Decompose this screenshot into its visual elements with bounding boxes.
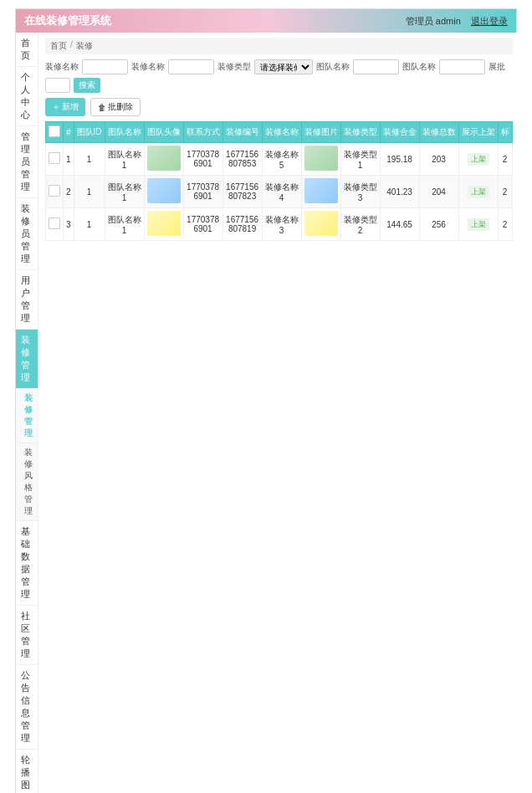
breadcrumb-home[interactable]: 首页 (50, 40, 67, 52)
td-checkbox[interactable] (46, 208, 64, 241)
sidebar-item-community[interactable]: 社区管理 (16, 606, 38, 665)
sidebar-sub-deco[interactable]: 装修管理 (16, 389, 38, 443)
search-label-team: 图队名称 (316, 61, 350, 73)
td-deco-img (301, 143, 340, 176)
table-header-row: # 图队ID 图队名称 图队头像 联系方式 装修编号 装修名称 装修图片 装修类… (46, 122, 513, 143)
panel1-title: 在线装修管理系统 (24, 13, 111, 28)
td-team-id: 1 (74, 208, 105, 241)
sidebar-item-user[interactable]: 用户管理 (16, 270, 38, 330)
table-row: 3 1 图队名称1 17703786901 1677156807819 装修名称… (46, 208, 513, 241)
trash-icon: 🗑 (98, 103, 106, 112)
sidebar-sub-style[interactable]: 装修风格管理 (16, 443, 38, 521)
search-select-type[interactable]: 请选择装修类型 (254, 59, 313, 74)
td-deco-name: 装修名称4 (262, 176, 301, 208)
deco-img-thumb (304, 211, 338, 236)
page-wrapper: 在线装修管理系统 管理员 admin 退出登录 首页 个人中心 管理员管理 装修… (0, 0, 532, 793)
batch-delete-button[interactable]: 🗑 批删除 (90, 98, 141, 116)
td-index: 2 (64, 176, 74, 208)
th-contact: 联系方式 (183, 122, 223, 143)
td-deco-no: 1677156807819 (223, 208, 262, 241)
th-deco-type: 装修类型 (340, 122, 380, 143)
td-deco-name: 装修名称5 (262, 143, 301, 176)
team-avatar-thumb (147, 211, 181, 236)
th-status: 展示上架 (458, 122, 498, 143)
sidebar-item-notice[interactable]: 公告信息管理 (16, 665, 38, 750)
th-team-id: 图队ID (74, 122, 105, 143)
sidebar-item-deco[interactable]: 装修管理 (16, 330, 38, 389)
search-input-team[interactable] (353, 59, 399, 74)
team-avatar-thumb (147, 146, 181, 171)
th-checkbox (46, 122, 64, 143)
th-total: 装修总数 (419, 122, 458, 143)
td-deco-type: 装修类型1 (340, 143, 380, 176)
panel1-search: 装修名称 装修名称 装修类型 请选择装修类型 图队名称 图队名称 展批 搜索 (45, 59, 513, 93)
td-team-id: 1 (74, 176, 105, 208)
td-team-avatar (144, 176, 183, 208)
td-team-name: 图队名称1 (105, 208, 144, 241)
th-extra: 标 (498, 122, 512, 143)
sidebar-item-base[interactable]: 基础数据管理 (16, 521, 38, 606)
td-checkbox[interactable] (46, 176, 64, 208)
td-contact: 17703786901 (183, 208, 223, 241)
deco-img-thumb (304, 178, 338, 203)
td-contact: 17703786901 (183, 143, 223, 176)
td-extra: 2 (498, 143, 512, 176)
panel1-topbar: 在线装修管理系统 管理员 admin 退出登录 (16, 9, 516, 33)
panel1-admin: 管理员 admin (406, 16, 461, 26)
breadcrumb-deco[interactable]: 装修 (76, 40, 93, 52)
th-price: 装修合金 (380, 122, 419, 143)
td-checkbox[interactable] (46, 143, 64, 176)
td-deco-img (301, 176, 340, 208)
search-button[interactable]: 搜索 (74, 78, 100, 93)
td-price: 195.18 (380, 143, 419, 176)
table-row: 1 1 图队名称1 17703786901 1677156807853 装修名称… (46, 143, 513, 176)
search-label-type: 装修类型 (217, 61, 251, 73)
search-input-name[interactable] (82, 59, 128, 74)
search-input-name2[interactable] (168, 59, 214, 74)
panel1-body: 首页 个人中心 管理员管理 装修员管理 用户管理 装修管理 装修管理 装修风格管… (16, 33, 516, 793)
td-status: 上架 (458, 176, 498, 208)
search-label-name: 装修名称 (45, 61, 79, 73)
search-input-team2[interactable] (439, 59, 485, 74)
td-price: 401.23 (380, 176, 419, 208)
td-total: 204 (419, 176, 458, 208)
td-contact: 17703786901 (183, 176, 223, 208)
th-team-name: 图队名称 (105, 122, 144, 143)
td-deco-img (301, 208, 340, 241)
td-index: 1 (64, 143, 74, 176)
th-deco-name: 装修名称 (262, 122, 301, 143)
th-deco-img: 装修图片 (301, 122, 340, 143)
td-index: 3 (64, 208, 74, 241)
panel1-topbar-right: 管理员 admin 退出登录 (406, 15, 508, 28)
td-team-avatar (144, 208, 183, 241)
td-deco-no: 1677156807853 (223, 143, 262, 176)
td-status: 上架 (458, 143, 498, 176)
td-extra: 2 (498, 176, 512, 208)
search-label-status: 展批 (489, 61, 505, 73)
deco-img-thumb (304, 146, 338, 171)
search-input-status[interactable] (45, 78, 70, 93)
td-team-name: 图队名称1 (105, 176, 144, 208)
sidebar-item-banner[interactable]: 轮播图信息 (16, 750, 38, 793)
panel1-actions: ＋ 新增 🗑 批删除 (45, 98, 513, 116)
panel1-logout[interactable]: 退出登录 (471, 16, 508, 26)
panel1-table: # 图队ID 图队名称 图队头像 联系方式 装修编号 装修名称 装修图片 装修类… (45, 121, 513, 241)
panel1: 在线装修管理系统 管理员 admin 退出登录 首页 个人中心 管理员管理 装修… (15, 8, 517, 793)
td-total: 203 (419, 143, 458, 176)
breadcrumb1: 首页 / 装修 (45, 38, 513, 54)
panel1-main: 首页 / 装修 装修名称 装修名称 装修类型 请选择装修类型 图队名称 (38, 33, 519, 793)
td-deco-type: 装修类型3 (340, 176, 380, 208)
sidebar-item-profile[interactable]: 个人中心 (16, 67, 38, 126)
sidebar-item-worker[interactable]: 装修员管理 (16, 198, 38, 270)
td-extra: 2 (498, 208, 512, 241)
td-deco-name: 装修名称3 (262, 208, 301, 241)
th-team-avatar: 图队头像 (144, 122, 183, 143)
td-price: 144.65 (380, 208, 419, 241)
sidebar-item-admin[interactable]: 管理员管理 (16, 126, 38, 198)
td-team-id: 1 (74, 143, 105, 176)
add-button[interactable]: ＋ 新增 (45, 98, 85, 116)
sidebar-item-home[interactable]: 首页 (16, 33, 38, 67)
panel1-sidebar: 首页 个人中心 管理员管理 装修员管理 用户管理 装修管理 装修管理 装修风格管… (16, 33, 38, 793)
search-label-name2: 装修名称 (131, 61, 165, 73)
td-team-avatar (144, 143, 183, 176)
